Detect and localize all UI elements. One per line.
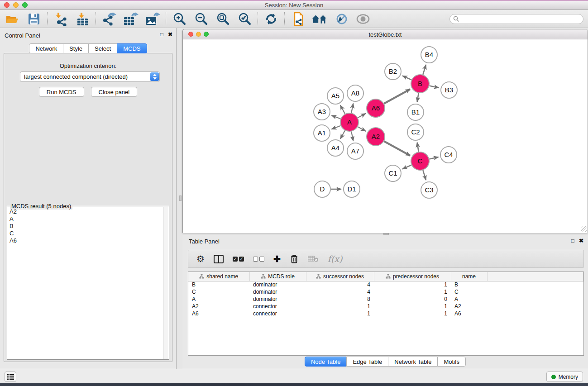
close-panel-button[interactable]: Close panel: [91, 87, 138, 97]
graph-edge-A-A4[interactable]: [340, 130, 345, 138]
graph-edge-C-C4[interactable]: [429, 157, 438, 159]
graph-node-C2[interactable]: C2: [407, 124, 424, 140]
add-column-button[interactable]: ✚: [273, 252, 281, 266]
table-cell[interactable]: C: [188, 288, 249, 295]
table-cell[interactable]: 1: [374, 303, 451, 310]
graph-node-A4[interactable]: A4: [327, 140, 344, 156]
table-cell[interactable]: 1: [374, 310, 451, 317]
graph-edge-B-B3[interactable]: [430, 86, 439, 88]
graph-edge-A-A2[interactable]: [358, 127, 366, 131]
export-image-button[interactable]: [145, 12, 160, 26]
table-cell[interactable]: 1: [306, 303, 374, 310]
optimization-criterion-dropdown[interactable]: largest connected component (directed): [20, 71, 160, 82]
network-from-selection-button[interactable]: [290, 12, 306, 26]
tab-node-table[interactable]: Node Table: [305, 357, 347, 367]
graph-node-B4[interactable]: B4: [421, 47, 437, 63]
graph-node-B2[interactable]: B2: [385, 63, 401, 80]
search-input[interactable]: [449, 14, 583, 24]
column-header-predecessor-nodes[interactable]: predecessor nodes: [374, 272, 451, 281]
graph-node-A[interactable]: A: [340, 113, 359, 131]
table-cell[interactable]: C: [451, 288, 487, 295]
zoom-in-button[interactable]: [172, 12, 187, 26]
export-network-button[interactable]: [101, 12, 117, 26]
mcds-result-item[interactable]: C: [8, 230, 163, 237]
graph-edge-C-C2[interactable]: [417, 143, 419, 152]
deselect-all-button[interactable]: [253, 252, 264, 266]
zoom-fit-button[interactable]: [215, 12, 230, 26]
table-cell[interactable]: 1: [374, 288, 451, 295]
delete-column-button[interactable]: [290, 252, 299, 266]
table-row[interactable]: Cdominator41C: [188, 288, 583, 295]
table-cell[interactable]: 4: [306, 281, 374, 288]
table-settings-button[interactable]: ⚙: [196, 252, 205, 266]
table-cell[interactable]: 4: [306, 288, 374, 295]
table-cell[interactable]: 1: [374, 281, 451, 288]
table-cell[interactable]: connector: [249, 310, 306, 317]
open-session-button[interactable]: [5, 12, 20, 26]
table-row[interactable]: Bdominator41B: [188, 281, 583, 288]
tab-network-table[interactable]: Network Table: [388, 357, 438, 367]
mcds-result-item[interactable]: B: [8, 223, 163, 230]
tab-motifs[interactable]: Motifs: [437, 357, 466, 367]
mcds-scrollbar[interactable]: [163, 207, 168, 359]
graph-node-A6[interactable]: A6: [367, 99, 385, 117]
dropdown-stepper-icon[interactable]: [150, 72, 159, 81]
memory-button[interactable]: Memory: [546, 372, 583, 382]
graph-node-C[interactable]: C: [411, 152, 429, 170]
graph-node-B1[interactable]: B1: [407, 104, 424, 120]
float-table-panel-icon[interactable]: □: [571, 238, 574, 244]
graph-edge-A6-B[interactable]: [384, 89, 410, 104]
graph-edge-C-C1[interactable]: [402, 165, 411, 169]
hide-annotations-button[interactable]: [334, 12, 349, 26]
table-cell[interactable]: B: [451, 281, 487, 288]
graph-node-A8[interactable]: A8: [347, 85, 363, 101]
close-panel-icon[interactable]: ✖: [168, 31, 172, 38]
vertical-splitter-handle[interactable]: [179, 195, 182, 201]
graph-node-C4[interactable]: C4: [440, 147, 457, 163]
home-button[interactable]: [312, 12, 327, 26]
graph-edge-A-A7[interactable]: [351, 132, 353, 141]
table-row[interactable]: A2connector11A2: [188, 303, 583, 310]
tab-mcds[interactable]: MCDS: [117, 43, 147, 53]
run-mcds-button[interactable]: Run MCDS: [39, 87, 84, 97]
graph-edge-B-B1[interactable]: [417, 93, 419, 102]
column-header-name[interactable]: name: [451, 272, 487, 281]
window-resize-grip[interactable]: [581, 226, 587, 232]
graph-node-C3[interactable]: C3: [421, 182, 437, 198]
graph-node-B3[interactable]: B3: [441, 82, 457, 98]
graph-node-A2[interactable]: A2: [367, 128, 385, 146]
table-cell[interactable]: A6: [188, 310, 249, 317]
table-cell[interactable]: A6: [451, 310, 487, 317]
show-panels-button[interactable]: [5, 372, 16, 382]
tab-select[interactable]: Select: [88, 43, 117, 53]
float-panel-icon[interactable]: □: [160, 31, 163, 38]
mcds-result-item[interactable]: A: [8, 215, 163, 223]
graph-node-C1[interactable]: C1: [385, 165, 401, 181]
zoom-out-button[interactable]: [193, 12, 209, 26]
show-column-button[interactable]: [214, 252, 224, 266]
function-builder-button[interactable]: f(x): [328, 252, 343, 266]
graph-node-A5[interactable]: A5: [327, 88, 344, 104]
network-window-titlebar[interactable]: testGlobe.txt: [183, 29, 588, 39]
table-cell[interactable]: 0: [374, 295, 451, 303]
tab-style[interactable]: Style: [63, 43, 89, 53]
close-table-panel-icon[interactable]: ✖: [579, 238, 583, 244]
graph-edge-A2-C[interactable]: [384, 141, 410, 156]
table-cell[interactable]: B: [188, 281, 249, 288]
table-cell[interactable]: A2: [188, 303, 249, 310]
graph-edge-A-A3[interactable]: [332, 115, 341, 119]
table-cell[interactable]: A: [188, 295, 249, 303]
table-cell[interactable]: A: [451, 295, 487, 303]
table-row[interactable]: A6connector11A6: [188, 310, 583, 317]
export-table-button[interactable]: [123, 12, 139, 26]
table-cell[interactable]: 1: [306, 310, 374, 317]
table-cell[interactable]: dominator: [249, 288, 306, 295]
table-row[interactable]: Adominator80A: [188, 295, 583, 303]
graph-edge-A-A1[interactable]: [331, 126, 340, 129]
table-cell[interactable]: connector: [249, 303, 306, 310]
tab-network[interactable]: Network: [29, 43, 63, 53]
mcds-result-item[interactable]: A6: [8, 237, 163, 244]
network-canvas[interactable]: B4B2BB3A8A5A6A3B1AC2A1A2A4A7C4CC1DD1C3: [183, 39, 588, 233]
graph-node-D1[interactable]: D1: [344, 181, 360, 197]
select-all-button[interactable]: ✓ ✓: [233, 252, 244, 266]
